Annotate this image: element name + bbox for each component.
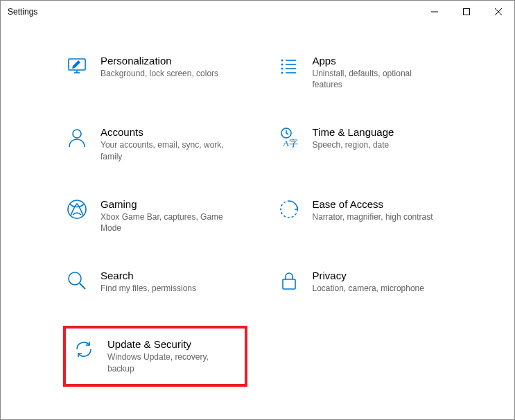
tile-title: Update & Security	[107, 338, 232, 350]
tile-desc: Narrator, magnifier, high contrast	[313, 211, 433, 222]
search-icon	[66, 270, 88, 292]
tile-desc: Find my files, permissions	[101, 283, 196, 294]
minimize-icon	[431, 8, 438, 15]
ease-of-access-icon	[278, 198, 300, 220]
tile-ease-of-access[interactable]: Ease of Access Narrator, magnifier, high…	[275, 194, 460, 238]
tile-privacy[interactable]: Privacy Location, camera, microphone	[275, 265, 460, 298]
tile-search[interactable]: Search Find my files, permissions	[63, 265, 247, 298]
settings-content: Personalization Background, lock screen,…	[1, 23, 514, 401]
tile-title: Apps	[313, 55, 437, 67]
svg-rect-1	[464, 9, 470, 15]
tile-desc: Background, lock screen, colors	[101, 68, 218, 79]
update-security-icon	[73, 338, 95, 360]
tile-apps[interactable]: Apps Uninstall, defaults, optional featu…	[275, 51, 460, 94]
close-button[interactable]	[482, 1, 514, 23]
tile-desc: Speech, region, date	[313, 139, 394, 150]
tile-title: Time & Language	[313, 126, 394, 138]
tile-desc: Windows Update, recovery, backup	[107, 351, 232, 374]
maximize-icon	[463, 8, 470, 15]
tile-title: Gaming	[101, 198, 225, 210]
privacy-icon	[278, 270, 300, 292]
gaming-icon	[66, 198, 88, 220]
time-language-icon: A字	[278, 126, 300, 148]
svg-line-22	[80, 283, 85, 289]
tile-time-language[interactable]: A字 Time & Language Speech, region, date	[275, 122, 460, 166]
tile-desc: Location, camera, microphone	[313, 283, 424, 294]
svg-rect-23	[283, 279, 295, 289]
tile-gaming[interactable]: Gaming Xbox Game Bar, captures, Game Mod…	[63, 194, 247, 238]
svg-text:A字: A字	[283, 138, 298, 148]
window-controls	[419, 1, 514, 23]
tile-desc: Your accounts, email, sync, work, family	[101, 139, 225, 161]
close-icon	[495, 8, 502, 15]
tile-desc: Uninstall, defaults, optional features	[313, 68, 437, 90]
apps-icon	[278, 55, 300, 77]
tile-title: Search	[101, 270, 196, 281]
window-title: Settings	[8, 7, 37, 17]
tile-title: Personalization	[101, 55, 218, 67]
accounts-icon	[66, 126, 88, 148]
tile-accounts[interactable]: Accounts Your accounts, email, sync, wor…	[63, 122, 247, 166]
svg-line-18	[286, 133, 288, 134]
tile-title: Privacy	[313, 270, 424, 281]
tile-update-security[interactable]: Update & Security Windows Update, recove…	[63, 326, 247, 386]
tile-personalization[interactable]: Personalization Background, lock screen,…	[63, 51, 247, 94]
maximize-button[interactable]	[451, 1, 482, 23]
settings-grid: Personalization Background, lock screen,…	[63, 51, 459, 387]
titlebar: Settings	[1, 1, 514, 23]
minimize-button[interactable]	[419, 1, 451, 23]
tile-title: Ease of Access	[313, 198, 433, 210]
svg-point-21	[69, 272, 81, 285]
svg-point-15	[73, 130, 81, 138]
tile-title: Accounts	[101, 126, 225, 138]
personalization-icon	[66, 55, 88, 77]
tile-desc: Xbox Game Bar, captures, Game Mode	[101, 211, 225, 234]
